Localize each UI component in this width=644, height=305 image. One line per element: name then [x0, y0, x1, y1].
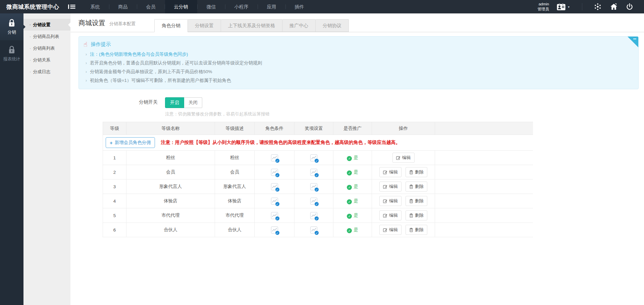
bullet-dot: · — [30, 22, 31, 27]
promote-label: 是 — [354, 184, 358, 189]
table-row: 5 市代代理 市代代理 ✓ ✓ ✓是 编辑 — [103, 208, 533, 223]
nav-item-member[interactable]: 会员 — [137, 0, 165, 13]
edit-button[interactable]: 编辑 — [379, 225, 401, 235]
user-profile-button[interactable]: ▾ — [557, 3, 570, 10]
check-badge-icon: ✓ — [314, 173, 319, 177]
award-settings-icon[interactable]: ✓ — [310, 212, 317, 219]
edit-button[interactable]: 编辑 — [392, 153, 415, 163]
chevron-down-icon: ▾ — [568, 5, 570, 9]
modules-button[interactable] — [594, 3, 601, 10]
switch-off-button[interactable]: 关闭 — [184, 97, 202, 108]
edit-button[interactable]: 编辑 — [379, 196, 401, 206]
delete-button-label: 删除 — [415, 184, 424, 190]
trash-icon — [409, 185, 413, 189]
nav-vertical-divider — [582, 3, 582, 10]
cell-name: 形象代言人 — [126, 180, 215, 194]
cell-desc: 形象代言人 — [215, 180, 255, 194]
col-level: 等级 — [103, 122, 126, 135]
page-header: 商城设置 分销基本配置 角色分销 分销设置 上下线关系及分销资格 推广中心 分销… — [70, 13, 644, 32]
tab-upline-downline[interactable]: 上下线关系及分销资格 — [221, 19, 282, 32]
lock-icon — [8, 45, 16, 54]
edit-button[interactable]: 编辑 — [379, 182, 401, 192]
role-condition-icon[interactable]: ✓ — [271, 226, 278, 234]
edit-button-label: 编辑 — [389, 198, 398, 204]
role-condition-icon[interactable]: ✓ — [271, 183, 278, 190]
plus-icon: + — [110, 140, 113, 145]
submenu-item-distributor-list[interactable]: ·分销商列表 — [23, 42, 70, 54]
edit-button[interactable]: 编辑 — [379, 167, 401, 177]
minus-icon — [633, 39, 636, 39]
nav-item-wechat[interactable]: 微信 — [198, 0, 225, 13]
check-badge-icon: ✓ — [314, 231, 319, 235]
check-badge-icon: ✓ — [275, 158, 280, 163]
operation-tips-panel: ☝ 操作提示 ›注：(角色分销新增角色将会与会员等级角色同步) ›若开启角色分销… — [78, 36, 639, 89]
award-settings-icon[interactable]: ✓ — [310, 226, 317, 234]
id-card-icon — [557, 3, 566, 10]
award-settings-icon[interactable]: ✓ — [310, 183, 317, 190]
page-title: 商城设置 — [78, 18, 105, 28]
cell-name: 市代代理 — [126, 208, 215, 223]
user-info: admin 管理员 — [537, 2, 549, 12]
role-condition-icon[interactable]: ✓ — [271, 198, 278, 205]
delete-button[interactable]: 删除 — [406, 210, 427, 220]
nav-item-distribution[interactable]: 云分销 — [165, 0, 197, 13]
tab-distribution-agreement[interactable]: 分销协议 — [316, 19, 349, 32]
nav-item-plugins[interactable]: 插件 — [286, 0, 313, 13]
col-actions: 操作 — [372, 122, 435, 135]
delete-button[interactable]: 删除 — [406, 167, 427, 177]
main-menu: 系统 商品 会员 云分销 微信 小程序 应用 插件 — [82, 0, 313, 13]
award-settings-icon[interactable]: ✓ — [310, 198, 317, 205]
trash-icon — [409, 213, 413, 218]
nav-item-apps[interactable]: 应用 — [258, 0, 285, 13]
delete-button-label: 删除 — [415, 227, 424, 233]
delete-button[interactable]: 删除 — [406, 182, 427, 192]
table-row: 1 粉丝 粉丝 ✓ ✓ ✓是 编辑 — [103, 151, 533, 165]
cell-name: 粉丝 — [126, 151, 215, 165]
promote-label: 是 — [354, 227, 358, 232]
promote-label: 是 — [354, 169, 358, 174]
bullet-dot: · — [30, 46, 31, 51]
bullet-dot: · — [30, 34, 31, 39]
role-condition-icon[interactable]: ✓ — [271, 212, 278, 219]
switch-on-button[interactable]: 开启 — [165, 97, 184, 108]
tab-role-distribution[interactable]: 角色分销 — [154, 19, 188, 32]
cell-desc: 粉丝 — [215, 151, 255, 165]
award-settings-icon[interactable]: ✓ — [310, 154, 317, 161]
role-condition-icon[interactable]: ✓ — [271, 154, 278, 161]
nav-item-miniprogram[interactable]: 小程序 — [225, 0, 258, 13]
rail-item-distribution[interactable]: 分销 — [0, 13, 23, 40]
nav-item-system[interactable]: 系统 — [82, 0, 109, 13]
tips-collapse-button[interactable] — [628, 37, 638, 47]
nav-item-goods[interactable]: 商品 — [109, 0, 137, 13]
role-condition-icon[interactable]: ✓ — [271, 169, 278, 176]
check-badge-icon: ✓ — [275, 187, 280, 192]
award-settings-icon[interactable]: ✓ — [310, 169, 317, 176]
delete-button[interactable]: 删除 — [406, 225, 427, 235]
tab-distribution-settings[interactable]: 分销设置 — [188, 19, 221, 32]
top-navbar: 微商城系统管理中心 系统 商品 会员 云分销 微信 小程序 应用 插件 admi… — [0, 0, 644, 13]
submenu-item-distribution-settings[interactable]: ·分销设置 — [23, 19, 70, 31]
pencil-icon — [383, 199, 387, 203]
delete-button-label: 删除 — [415, 212, 424, 218]
tips-item: ›初始角色（等级=1）可编辑不可删除，所有新建的用户都属于初始角色 — [84, 76, 632, 85]
logout-button[interactable] — [626, 3, 633, 10]
check-badge-icon: ✓ — [275, 202, 280, 206]
home-button[interactable] — [610, 3, 618, 10]
submenu-item-distribution-goods[interactable]: ·分销商品列表 — [23, 31, 70, 42]
pencil-icon — [396, 156, 400, 160]
trash-icon — [409, 170, 413, 174]
add-role-button[interactable]: + 新增会员角色分佣 — [106, 137, 155, 148]
tips-list: ›注：(角色分销新增角色将会与会员等级角色同步) ›若开启角色分销，普通会员启用… — [84, 50, 632, 85]
tab-promotion-center[interactable]: 推广中心 — [282, 19, 316, 32]
delete-button[interactable]: 删除 — [406, 196, 427, 206]
cell-level: 5 — [103, 208, 126, 223]
submenu-item-distribution-relations[interactable]: ·分销关系 — [23, 54, 70, 66]
col-promote: 是否推广 — [333, 122, 372, 135]
check-badge-icon: ✓ — [314, 216, 319, 221]
rail-item-reports[interactable]: 报表统计 — [0, 40, 23, 67]
submenu-item-commission-log[interactable]: ·分成日志 — [23, 66, 70, 78]
sidebar-collapse-button[interactable] — [68, 4, 75, 10]
edit-button[interactable]: 编辑 — [379, 210, 401, 220]
green-check-icon: ✓ — [347, 228, 352, 233]
green-check-icon: ✓ — [347, 170, 352, 175]
